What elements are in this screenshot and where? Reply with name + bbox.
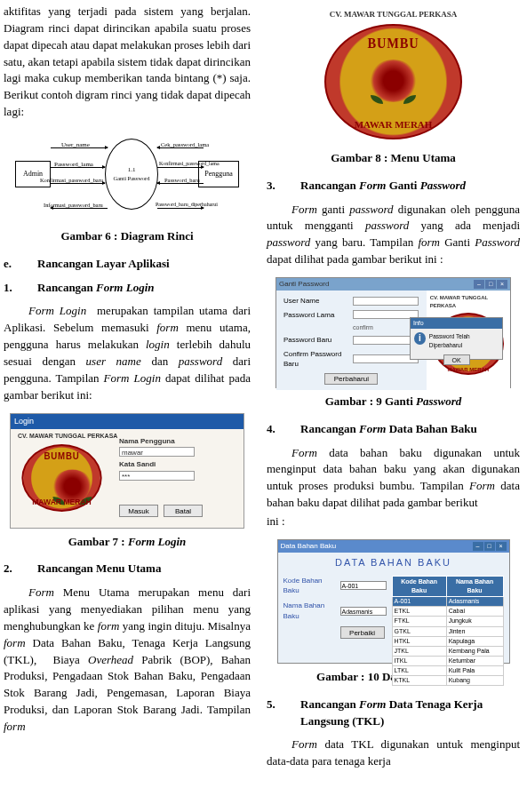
password-label: Kata Sandi — [119, 459, 195, 470]
password-input[interactable]: *** — [119, 471, 195, 481]
logo-bottom-text: MAWAR MERAH — [21, 497, 101, 507]
heading-1: 1. Rancangan Form Login — [4, 280, 251, 297]
username-label: Nama Pengguna — [119, 436, 195, 447]
heading-num: 3. — [267, 178, 283, 195]
heading-4: 4. Rancangan Form Data Bahan Baku — [267, 421, 520, 438]
dbb-perbaiki-button[interactable]: Perbaiki — [340, 626, 385, 639]
maximize-icon[interactable]: □ — [485, 280, 496, 289]
heading-text: Rancangan Menu Utama — [37, 561, 251, 577]
company-logo: BUMBU MAWAR MERAH — [324, 24, 462, 139]
table-row[interactable]: GTKLJinten — [392, 626, 503, 636]
para-dbb-2: ini : — [267, 513, 520, 530]
dbb-kode-label: Kode Bahan Baku — [283, 576, 337, 596]
login-cancel-button[interactable]: Batal — [164, 505, 203, 517]
label: User_name — [61, 140, 90, 149]
heading-num: 1. — [4, 280, 20, 297]
info-icon: i — [414, 332, 426, 345]
rose-icon — [369, 60, 418, 102]
dbb-title: DATA BAHAN BAKU — [278, 553, 509, 576]
minimize-icon[interactable]: – — [473, 542, 483, 551]
heading-2: 2. Rancangan Menu Utama — [4, 561, 251, 577]
heading-5: 5. Rancangan Form Data Tenaga Kerja Lang… — [267, 697, 520, 730]
username-input[interactable]: mawar — [119, 447, 195, 457]
label: Password_lama — [54, 160, 93, 169]
logo-top-text: BUMBU — [28, 449, 96, 464]
label: Cek_password_lama — [161, 140, 209, 148]
gp-user-label: User Name — [283, 296, 347, 306]
window-title: Ganti Password — [279, 279, 329, 290]
msgbox-ok-button[interactable]: OK — [443, 354, 470, 365]
heading-num: e. — [4, 256, 20, 273]
gp-pass-input[interactable] — [353, 310, 419, 319]
menu-company-header: CV. MAWAR TUNGGAL PERKASA — [296, 9, 491, 20]
caption-9: Gambar : 9 Ganti Password — [267, 394, 520, 410]
gp-user-input[interactable] — [353, 297, 419, 306]
para-menu: Form Menu Utama merupakan menu dari apli… — [4, 585, 251, 736]
gp-passnew-input[interactable] — [353, 336, 419, 345]
dbb-titlebar: Data Bahan Baku — [281, 541, 337, 552]
label: Konfirmasi_password_lama — [159, 160, 220, 168]
company-logo: BUMBU MAWAR MERAH — [21, 444, 101, 512]
label: Konfirmasi_password_baru — [40, 176, 103, 184]
label: Password_baru — [164, 176, 200, 184]
dbb-kode-input[interactable]: A-001 — [340, 581, 387, 590]
msgbox-title: Info — [411, 318, 502, 329]
table-row[interactable]: KTKLKubang — [392, 676, 503, 686]
window-buttons: – □ × — [474, 280, 507, 289]
dbb-th-kode: Kode Bahan Baku — [392, 576, 446, 596]
window-buttons: – □ × — [473, 542, 507, 551]
table-row[interactable]: JTKLKembang Pala — [392, 646, 503, 656]
caption-6: Gambar 6 : Diagram Rinci — [4, 228, 251, 245]
data-bahan-baku-figure: Data Bahan Baku – □ × DATA BAHAN BAKU Ko… — [277, 539, 510, 664]
minimize-icon[interactable]: – — [474, 280, 484, 289]
table-row[interactable]: ITKLKetumbar — [392, 656, 503, 665]
gp-company-header: CV. MAWAR TUNGGAL PERKASA — [430, 294, 507, 309]
caption-7: Gambar 7 : Form Login — [4, 534, 251, 551]
close-icon[interactable]: × — [496, 542, 507, 551]
diagram-rinci-figure: Admin 1.1 Ganti Password Pengguna User_n… — [12, 130, 243, 223]
maximize-icon[interactable]: □ — [484, 542, 495, 551]
table-row[interactable]: LTKLKulit Pala — [392, 666, 503, 676]
table-row[interactable]: A-001Adasmanis — [392, 597, 503, 607]
heading-text: Rancangan Form Data Tenaga Kerja Langsun… — [300, 697, 520, 730]
logo-bottom-text: MAWAR MERAH — [324, 118, 462, 132]
table-row[interactable]: FTKLJungkuk — [392, 617, 503, 626]
process-oval: 1.1 Ganti Password — [105, 139, 158, 210]
heading-e: e. Rancangan Layar Aplikasi — [4, 256, 251, 273]
process-num: 1.1 — [128, 165, 136, 174]
gp-confnew-label: Confirm Password Baru — [283, 349, 347, 370]
para-dbb: Form data bahan baku digunakan untuk men… — [267, 445, 520, 512]
ganti-password-figure: Ganti Password – □ × User Name Password … — [275, 277, 511, 388]
intro-paragraph: aktifitas yang terjadi pada sistem yang … — [4, 4, 251, 121]
heading-num: 4. — [267, 421, 283, 438]
gp-passnew-label: Password Baru — [283, 335, 347, 346]
login-titlebar: Login — [11, 414, 244, 429]
login-figure: Login CV. MAWAR TUNGGAL PERKASA BUMBU MA… — [10, 413, 244, 529]
menu-utama-figure: CV. MAWAR TUNGGAL PERKASA BUMBU MAWAR ME… — [296, 9, 491, 145]
gp-pass-label: Password Lama — [283, 310, 347, 321]
dbb-nama-input[interactable]: Adasmanis — [340, 607, 387, 616]
heading-text: Rancangan Layar Aplikasi — [37, 256, 251, 273]
close-icon[interactable]: × — [497, 280, 507, 289]
gp-msgbox: Info i Password Telah DiperbaharuI OK — [410, 317, 503, 360]
heading-num: 5. — [267, 697, 283, 730]
table-row[interactable]: HTKLKapulaga — [392, 636, 503, 646]
table-row[interactable]: ETKLCabai — [392, 607, 503, 617]
heading-num: 2. — [4, 561, 20, 577]
heading-text: Rancangan Form Data Bahan Baku — [300, 421, 520, 438]
logo-top-text: BUMBU — [335, 33, 452, 55]
dbb-table: Kode Bahan Baku Nama Bahan Baku A-001Ada… — [392, 576, 504, 687]
gp-update-button[interactable]: Perbaharui — [324, 373, 378, 385]
msgbox-text: Password Telah DiperbaharuI — [429, 332, 499, 349]
para-ganti-password: Form ganti password digunakan oleh pengg… — [267, 202, 520, 268]
gp-confnew-input[interactable] — [353, 354, 419, 363]
logo-bottom-text: MAWAR MERAH — [433, 366, 504, 374]
para-login: Form Login merupakan tampilan utama dari… — [4, 303, 251, 403]
login-company-header: CV. MAWAR TUNGGAL PERKASA — [18, 432, 117, 441]
login-submit-button[interactable]: Masuk — [119, 505, 158, 517]
dbb-th-nama: Nama Bahan Baku — [446, 576, 503, 596]
label: Password_baru_diperbaharui — [156, 201, 218, 209]
heading-text: Rancangan Form Login — [37, 280, 251, 297]
heading-3: 3. Rancangan Form Ganti Password — [267, 178, 520, 195]
label: Informasi_password_baru — [44, 201, 103, 209]
